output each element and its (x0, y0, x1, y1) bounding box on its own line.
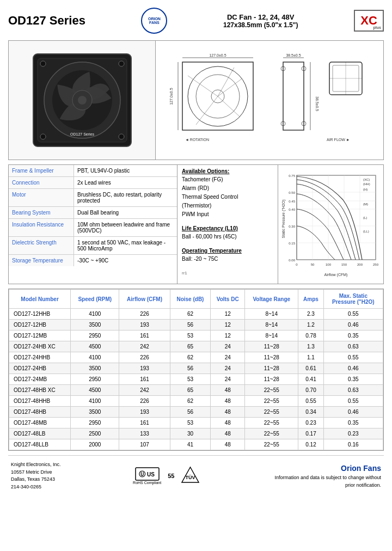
fan-image-svg: OD127 Series (28, 48, 137, 152)
data-cell: 161 (119, 418, 170, 428)
data-cell: 107 (119, 439, 170, 450)
data-cell: 12 (211, 330, 245, 341)
svg-line-19 (218, 68, 234, 96)
data-cell: 56 (170, 363, 210, 374)
table-row: OD127-24HB3500193562411~280.610.46 (9, 363, 383, 374)
spec-label: Bearing System (9, 207, 74, 218)
svg-text:250: 250 (373, 263, 379, 266)
tuv-logo-svg: TÜV (181, 466, 200, 485)
data-cell: 24 (211, 352, 245, 363)
option-pwm: PWM Input (182, 211, 273, 218)
data-cell: 22~55 (245, 396, 298, 407)
svg-text:127.0±0.5: 127.0±0.5 (209, 53, 226, 57)
col-volts: Volts DC (211, 290, 245, 309)
svg-rect-25 (283, 62, 304, 130)
table-body: OD127-12HHB410022662128~142.30.55OD127-1… (9, 309, 383, 450)
model-cell: OD127-48MB (9, 418, 71, 428)
data-cell: 0.35 (323, 330, 383, 341)
svg-text:(M): (M) (363, 203, 368, 206)
spec-value: 1 second at 500 VAC, max leakage - 500 M… (74, 237, 177, 254)
col-model: Model Number (9, 290, 71, 309)
data-cell: 56 (170, 320, 210, 330)
svg-text:0.45: 0.45 (289, 200, 295, 203)
header-logos: ORIONFANS (141, 8, 167, 34)
orion-logo: ORIONFANS (141, 8, 167, 34)
page-number-container: 55 (168, 473, 174, 479)
company-name: Knight Electronics, Inc. (11, 461, 61, 469)
model-cell: OD127-24HB XC (9, 341, 71, 352)
operating-temp-value: Ball: -20 ~ 75C (182, 255, 273, 263)
data-cell: 62 (170, 352, 210, 363)
col-voltage-range: Voltage Range (245, 290, 298, 309)
data-cell: 1.2 (298, 320, 323, 330)
data-cell: 0.34 (298, 407, 323, 418)
ul-cert: Ⓤ US RoHS Compliant (133, 467, 161, 485)
svg-text:Static Pressure ("H2O): Static Pressure ("H2O) (281, 200, 286, 238)
data-cell: 226 (119, 396, 170, 407)
data-cell: 56 (170, 407, 210, 418)
data-cell: 11~28 (245, 374, 298, 385)
svg-text:50: 50 (311, 263, 315, 266)
svg-line-18 (188, 76, 218, 96)
data-cell: 2500 (71, 428, 119, 439)
data-cell: 22~55 (245, 385, 298, 396)
data-cell: 3500 (71, 320, 119, 330)
model-cell: OD127-24HHB (9, 352, 71, 363)
data-cell: 0.46 (323, 320, 383, 330)
data-cell: 2950 (71, 418, 119, 428)
spec-row: Storage Temperature -30C ~ +90C (9, 255, 177, 266)
svg-point-9 (40, 134, 46, 139)
data-cell: 0.16 (323, 439, 383, 450)
specs-options: Available Options: Tachometer (FG) Alarm… (177, 165, 278, 284)
options-title: Available Options: (182, 168, 273, 174)
data-cell: 1.3 (298, 341, 323, 352)
xc-logo: XC plus (354, 10, 384, 32)
model-cell: OD127-12HHB (9, 309, 71, 320)
svg-line-17 (196, 96, 218, 125)
svg-text:Airflow (CFM): Airflow (CFM) (324, 273, 348, 277)
data-cell: 0.41 (298, 374, 323, 385)
data-cell: 0.46 (323, 407, 383, 418)
page-number: 55 (168, 473, 174, 479)
table-row: OD127-24HB XC4500242652411~281.30.63 (9, 341, 383, 352)
table-header-row: Model Number Speed (RPM) Airflow (CFM) N… (9, 290, 383, 309)
data-cell: 0.35 (323, 374, 383, 385)
data-cell: 133 (119, 428, 170, 439)
option-alarm: Alarm (RD) (182, 185, 273, 192)
svg-text:38.5±0.5: 38.5±0.5 (286, 53, 301, 57)
data-cell: 0.61 (298, 363, 323, 374)
data-cell: 0.23 (298, 418, 323, 428)
data-cell: 65 (170, 385, 210, 396)
data-cell: 48 (211, 439, 245, 450)
page-header: OD127 Series ORIONFANS DC Fan - 12, 24, … (8, 5, 384, 36)
svg-text:(LL): (LL) (363, 230, 369, 233)
data-cell: 11~28 (245, 352, 298, 363)
performance-table: Model Number Speed (RPM) Airflow (CFM) N… (9, 289, 383, 450)
svg-text:◄ ROTATION: ◄ ROTATION (185, 138, 209, 142)
data-cell: 4500 (71, 341, 119, 352)
svg-text:150: 150 (341, 263, 347, 266)
data-cell: 193 (119, 407, 170, 418)
life-expectancy-title: Life Expectancy (L10) (182, 225, 273, 231)
table-row: OD127-48HB XC4500242654822~550.700.63 (9, 385, 383, 396)
data-cell: 0.63 (323, 341, 383, 352)
table-row: OD127-12HHB410022662128~142.30.55 (9, 309, 383, 320)
data-cell: 2.3 (298, 309, 323, 320)
svg-point-8 (119, 61, 124, 66)
specs-section: Frame & Impeller PBT, UL94V-O plastic Co… (8, 164, 384, 284)
address-line1: 10557 Metric Drive (11, 469, 61, 476)
series-title: OD127 Series (8, 14, 85, 28)
model-cell: OD127-48HHB (9, 396, 71, 407)
svg-text:AIR FLOW ►: AIR FLOW ► (327, 138, 350, 142)
model-cell: OD127-48HB (9, 407, 71, 418)
data-cell: 0.70 (298, 385, 323, 396)
option-thermistor: Thermal Speed Control (182, 193, 273, 201)
data-cell: 48 (211, 418, 245, 428)
svg-text:0.40: 0.40 (289, 208, 295, 211)
col-airflow: Airflow (CFM) (119, 290, 170, 309)
data-cell: 65 (170, 341, 210, 352)
technical-diagram-svg: 127.0±0.5 127.0±0.5 ◄ ROTATION 38.5±0.5 … (166, 46, 373, 155)
footer-center: Ⓤ US RoHS Compliant 55 TÜV (133, 466, 200, 486)
data-cell: 0.12 (298, 439, 323, 450)
svg-line-16 (218, 96, 240, 117)
